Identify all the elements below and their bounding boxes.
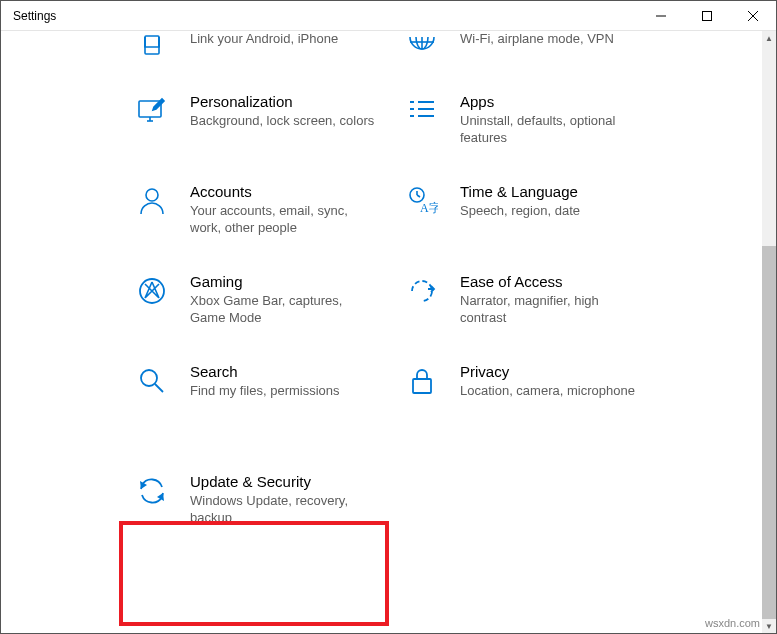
settings-tile-personalization[interactable]: Personalization Background, lock screen,…	[136, 79, 406, 169]
tile-title: Search	[190, 363, 340, 380]
maximize-button[interactable]	[684, 1, 730, 30]
tile-sub: Speech, region, date	[460, 203, 580, 220]
tile-sub: Narrator, magnifier, high contrast	[460, 293, 648, 327]
tile-title: Ease of Access	[460, 273, 648, 290]
close-button[interactable]	[730, 1, 776, 30]
search-icon	[136, 365, 168, 397]
settings-tile-search[interactable]: Search Find my files, permissions	[136, 349, 406, 439]
tile-sub: Xbox Game Bar, captures, Game Mode	[190, 293, 378, 327]
tile-sub: Windows Update, recovery, backup	[190, 493, 378, 527]
settings-tile-phone[interactable]: Link your Android, iPhone	[136, 31, 406, 79]
svg-point-27	[141, 370, 157, 386]
settings-content: Link your Android, iPhone Wi-Fi, airplan…	[1, 31, 762, 633]
tile-sub: Wi-Fi, airplane mode, VPN	[460, 31, 614, 48]
settings-tile-apps[interactable]: Apps Uninstall, defaults, optional featu…	[406, 79, 676, 169]
tile-sub: Find my files, permissions	[190, 383, 340, 400]
time-language-icon: A字	[406, 185, 438, 217]
tile-title: Accounts	[190, 183, 378, 200]
settings-tile-ease[interactable]: Ease of Access Narrator, magnifier, high…	[406, 259, 676, 349]
tile-title: Time & Language	[460, 183, 580, 200]
tile-sub: Your accounts, email, sync, work, other …	[190, 203, 378, 237]
gaming-icon	[136, 275, 168, 307]
minimize-icon	[656, 11, 666, 21]
vertical-scrollbar[interactable]: ▲ ▼	[762, 31, 776, 633]
settings-tile-network[interactable]: Wi-Fi, airplane mode, VPN	[406, 31, 676, 79]
globe-icon	[406, 33, 438, 65]
settings-tile-update[interactable]: Update & Security Windows Update, recove…	[136, 459, 406, 549]
settings-tile-privacy[interactable]: Privacy Location, camera, microphone	[406, 349, 676, 439]
tile-title: Apps	[460, 93, 648, 110]
privacy-icon	[406, 365, 438, 397]
tile-title: Update & Security	[190, 473, 378, 490]
ease-of-access-icon	[406, 275, 438, 307]
empty-tile	[406, 439, 676, 549]
apps-icon	[406, 95, 438, 127]
svg-line-24	[417, 195, 420, 197]
window-title: Settings	[13, 9, 56, 23]
titlebar: Settings	[1, 1, 776, 31]
close-icon	[748, 11, 758, 21]
scrollbar-thumb[interactable]	[762, 246, 776, 619]
phone-icon	[136, 33, 168, 65]
svg-line-28	[155, 384, 163, 392]
settings-tile-time[interactable]: A字 Time & Language Speech, region, date	[406, 169, 676, 259]
update-security-icon	[136, 475, 168, 507]
accounts-icon	[136, 185, 168, 217]
svg-point-21	[146, 189, 158, 201]
tile-sub: Location, camera, microphone	[460, 383, 635, 400]
svg-rect-4	[145, 36, 159, 54]
tile-sub: Background, lock screen, colors	[190, 113, 374, 130]
personalization-icon	[136, 95, 168, 127]
settings-tile-gaming[interactable]: Gaming Xbox Game Bar, captures, Game Mod…	[136, 259, 406, 349]
tile-title: Personalization	[190, 93, 374, 110]
svg-text:A字: A字	[420, 201, 438, 215]
tile-title: Gaming	[190, 273, 378, 290]
window-controls	[638, 1, 776, 30]
svg-rect-29	[413, 379, 431, 393]
scroll-down-arrow[interactable]: ▼	[762, 619, 776, 633]
tile-sub: Link your Android, iPhone	[190, 31, 338, 48]
scroll-up-arrow[interactable]: ▲	[762, 31, 776, 45]
settings-tile-accounts[interactable]: Accounts Your accounts, email, sync, wor…	[136, 169, 406, 259]
settings-grid: Link your Android, iPhone Wi-Fi, airplan…	[1, 31, 762, 549]
tile-sub: Uninstall, defaults, optional features	[460, 113, 648, 147]
minimize-button[interactable]	[638, 1, 684, 30]
watermark: wsxdn.com	[705, 617, 760, 629]
tile-title: Privacy	[460, 363, 635, 380]
svg-rect-1	[703, 11, 712, 20]
maximize-icon	[702, 11, 712, 21]
